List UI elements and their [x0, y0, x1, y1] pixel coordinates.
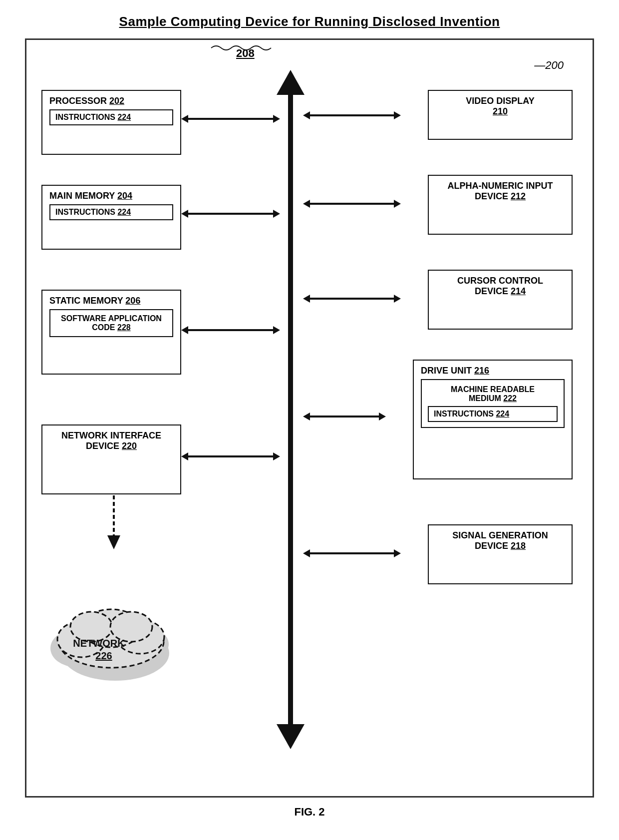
static-memory-title: STATIC MEMORY 206 — [49, 296, 173, 306]
network-interface-box: NETWORK INTERFACE DEVICE 220 — [41, 424, 181, 494]
processor-instructions-box: INSTRUCTIONS 224 — [49, 109, 173, 125]
video-display-box: VIDEO DISPLAY210 — [428, 90, 573, 140]
drive-unit-box: DRIVE UNIT 216 MACHINE READABLE MEDIUM 2… — [413, 360, 573, 479]
label-200: —200 — [534, 59, 564, 72]
machine-readable-medium-box: MACHINE READABLE MEDIUM 222 INSTRUCTIONS… — [421, 379, 565, 428]
main-memory-instructions-box: INSTRUCTIONS 224 — [49, 204, 173, 220]
cursor-control-title: CURSOR CONTROL DEVICE 214 — [436, 276, 565, 297]
page-title: Sample Computing Device for Running Disc… — [0, 0, 619, 38]
arrow-main-memory-bus — [181, 211, 280, 217]
cursor-control-box: CURSOR CONTROL DEVICE 214 — [428, 270, 573, 330]
processor-title: PROCESSOR 202 — [49, 96, 173, 106]
main-memory-title: MAIN MEMORY 204 — [49, 191, 173, 201]
arrow-processor-bus — [181, 116, 280, 122]
fig-caption: FIG. 2 — [0, 806, 619, 819]
arrow-bus-video — [303, 112, 401, 118]
network-cloud: NETWORK 226 — [46, 554, 176, 684]
arrow-bus-alpha — [303, 201, 401, 207]
alpha-numeric-box: ALPHA-NUMERIC INPUT DEVICE 212 — [428, 175, 573, 235]
signal-generation-box: SIGNAL GENERATION DEVICE 218 — [428, 524, 573, 584]
arrow-bus-cursor — [303, 296, 401, 302]
video-display-title: VIDEO DISPLAY210 — [436, 96, 565, 117]
svg-marker-1 — [107, 535, 120, 549]
network-interface-title: NETWORK INTERFACE DEVICE 220 — [49, 430, 173, 451]
dashed-arrow-network — [106, 495, 121, 550]
arrow-bus-signal — [303, 550, 401, 556]
alpha-numeric-title: ALPHA-NUMERIC INPUT DEVICE 212 — [436, 181, 565, 202]
static-memory-box: STATIC MEMORY 206 SOFTWARE APPLICATION C… — [41, 290, 181, 375]
bus-label: 208 — [236, 47, 255, 60]
machine-readable-title: MACHINE READABLE MEDIUM 222 — [428, 385, 558, 403]
bus-arrow — [279, 70, 303, 749]
drive-unit-title: DRIVE UNIT 216 — [421, 366, 565, 376]
svg-text:226: 226 — [95, 650, 112, 661]
drive-unit-instructions-box: INSTRUCTIONS 224 — [428, 406, 558, 422]
network-cloud-svg: NETWORK 226 — [46, 554, 176, 684]
svg-point-9 — [70, 612, 112, 642]
arrow-static-memory-bus — [181, 327, 280, 333]
svg-point-10 — [110, 612, 152, 642]
main-memory-box: MAIN MEMORY 204 INSTRUCTIONS 224 — [41, 185, 181, 250]
static-memory-inner-box: SOFTWARE APPLICATION CODE 228 — [49, 309, 173, 337]
arrow-bus-drive — [303, 414, 386, 420]
diagram-container: —200 208 PROCESSOR 202 INSTRUCTIONS 224 … — [25, 38, 594, 798]
processor-box: PROCESSOR 202 INSTRUCTIONS 224 — [41, 90, 181, 155]
network-label: NETWORK — [73, 638, 125, 649]
arrow-network-interface-bus — [181, 453, 280, 459]
signal-generation-title: SIGNAL GENERATION DEVICE 218 — [436, 530, 565, 551]
